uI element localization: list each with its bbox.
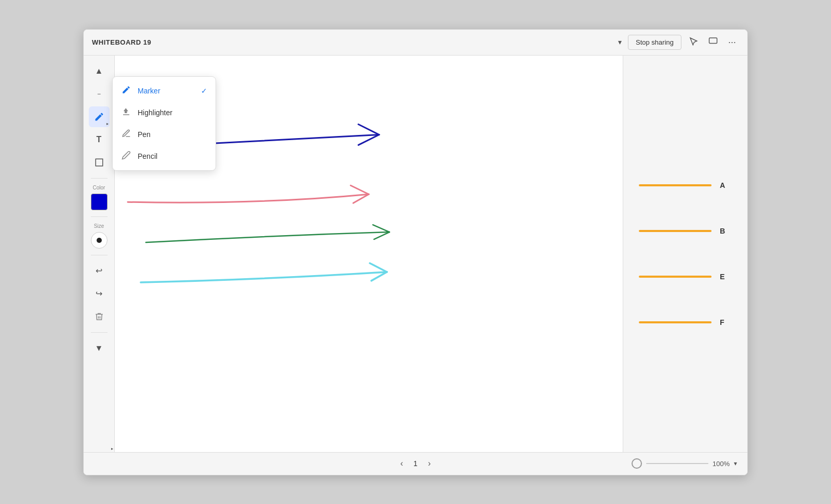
- color-section: Color: [91, 185, 108, 210]
- toolbar-divider-3: [91, 255, 108, 255]
- pen-tool-button[interactable]: ▸: [89, 106, 110, 127]
- pen-label: Pen: [138, 130, 151, 139]
- legend-label-a: A: [720, 181, 725, 189]
- redo-button[interactable]: ↪: [89, 283, 110, 304]
- delete-button[interactable]: [89, 306, 110, 327]
- highlighter-icon: [121, 107, 131, 118]
- minimize-button[interactable]: −: [89, 84, 110, 104]
- page-number: 1: [413, 459, 418, 468]
- zoom-slider[interactable]: [646, 463, 708, 464]
- toolbar-divider-4: [91, 332, 108, 333]
- page-next-button[interactable]: ›: [424, 457, 435, 470]
- svg-line-8: [374, 232, 390, 239]
- legend-line-f: [639, 321, 712, 323]
- more-options-button[interactable]: ···: [725, 35, 739, 50]
- size-section: Size: [91, 223, 108, 249]
- whiteboard-title: WHITEBOARD 19: [92, 38, 151, 46]
- size-label: Size: [94, 223, 104, 229]
- pencil-label: Pencil: [138, 152, 157, 160]
- legend-label-f: F: [720, 318, 725, 326]
- left-toolbar: ▲ − ▸ T ▸ Color Size: [84, 56, 115, 452]
- legend-line-b: [639, 230, 712, 232]
- svg-rect-1: [96, 159, 103, 166]
- screen-icon-button[interactable]: [705, 34, 721, 50]
- size-dot: [97, 238, 102, 243]
- header-right: ▾ Stop sharing ···: [616, 34, 739, 50]
- toolbar-divider-2: [91, 216, 108, 217]
- footer-bar: ‹ 1 › 100% ▾: [84, 452, 747, 475]
- size-selector[interactable]: [91, 232, 108, 249]
- check-icon: ✓: [201, 87, 207, 95]
- dropdown-item-pen[interactable]: Pen: [113, 124, 216, 145]
- zoom-chevron-button[interactable]: ▾: [734, 460, 737, 467]
- shape-tool-button[interactable]: ▸: [89, 152, 110, 173]
- right-sidebar: A B E F: [623, 56, 747, 452]
- svg-line-9: [370, 263, 387, 271]
- header-left: WHITEBOARD 19: [92, 38, 151, 46]
- main-area: ▲ − ▸ T ▸ Color Size: [84, 56, 747, 452]
- legend-line-e: [639, 276, 712, 278]
- tool-dropdown-menu: Marker ✓ Highlighter: [112, 76, 216, 171]
- svg-line-7: [373, 225, 390, 232]
- color-label: Color: [93, 185, 105, 190]
- legend-line-a: [639, 184, 712, 186]
- collapse-toolbar-button[interactable]: ▲: [89, 61, 110, 81]
- svg-line-5: [351, 185, 369, 194]
- highlighter-label: Highlighter: [138, 108, 172, 117]
- undo-button[interactable]: ↩: [89, 261, 110, 281]
- svg-line-3: [358, 124, 379, 134]
- legend-item-e: E: [639, 273, 732, 281]
- zoom-area: 100% ▾: [522, 458, 737, 469]
- marker-icon: [121, 85, 131, 97]
- color-swatch[interactable]: [91, 194, 108, 210]
- legend-item-a: A: [639, 181, 732, 189]
- pen-icon: [121, 129, 131, 140]
- app-window: WHITEBOARD 19 ▾ Stop sharing ··· ▲ − ▸: [83, 29, 748, 475]
- dropdown-item-pencil[interactable]: Pencil: [113, 145, 216, 167]
- marker-label: Marker: [138, 87, 160, 95]
- toolbar-divider-1: [91, 178, 108, 179]
- legend-item-b: B: [639, 227, 732, 235]
- expand-toolbar-button[interactable]: ▼: [89, 338, 110, 359]
- legend-item-f: F: [639, 318, 732, 326]
- text-tool-button[interactable]: T: [89, 129, 110, 150]
- zoom-circle: [632, 458, 642, 469]
- dropdown-item-highlighter[interactable]: Highlighter: [113, 102, 216, 124]
- header-bar: WHITEBOARD 19 ▾ Stop sharing ···: [84, 30, 747, 56]
- zoom-level: 100%: [713, 460, 730, 468]
- stop-sharing-button[interactable]: Stop sharing: [628, 35, 681, 50]
- page-prev-button[interactable]: ‹: [396, 457, 407, 470]
- svg-rect-0: [709, 38, 717, 44]
- collapse-button[interactable]: ▾: [616, 36, 624, 48]
- dropdown-item-marker[interactable]: Marker ✓: [113, 80, 216, 102]
- cursor-icon-button[interactable]: [686, 34, 701, 50]
- pencil-icon: [121, 151, 131, 162]
- legend-label-b: B: [720, 227, 725, 235]
- legend-label-e: E: [720, 273, 725, 281]
- pagination-controls: ‹ 1 ›: [309, 457, 523, 470]
